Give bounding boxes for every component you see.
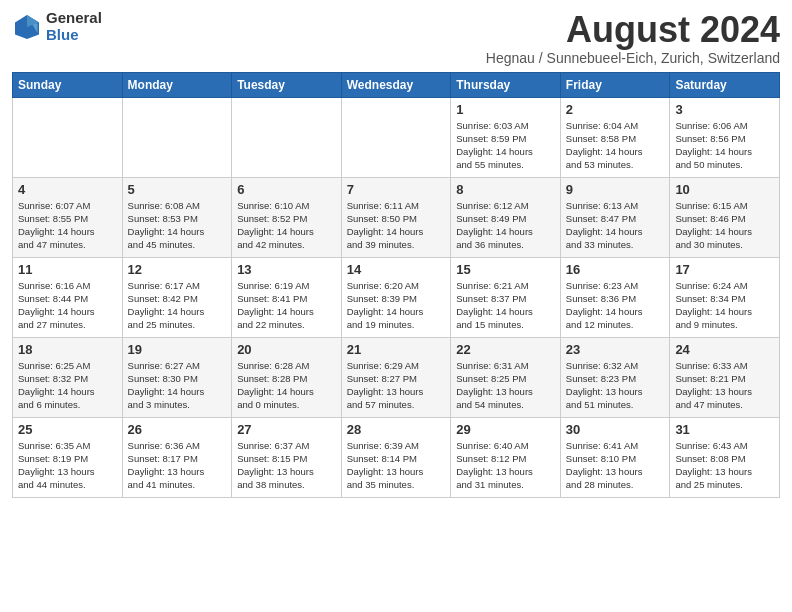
logo-icon bbox=[12, 12, 42, 42]
day-info: Sunrise: 6:19 AM Sunset: 8:41 PM Dayligh… bbox=[237, 279, 336, 332]
day-cell: 4Sunrise: 6:07 AM Sunset: 8:55 PM Daylig… bbox=[13, 177, 123, 257]
day-cell bbox=[122, 97, 232, 177]
day-info: Sunrise: 6:36 AM Sunset: 8:17 PM Dayligh… bbox=[128, 439, 227, 492]
day-number: 12 bbox=[128, 262, 227, 277]
day-number: 29 bbox=[456, 422, 555, 437]
day-info: Sunrise: 6:13 AM Sunset: 8:47 PM Dayligh… bbox=[566, 199, 665, 252]
day-number: 31 bbox=[675, 422, 774, 437]
day-cell bbox=[232, 97, 342, 177]
day-cell: 5Sunrise: 6:08 AM Sunset: 8:53 PM Daylig… bbox=[122, 177, 232, 257]
header-cell-thursday: Thursday bbox=[451, 72, 561, 97]
calendar-table: SundayMondayTuesdayWednesdayThursdayFrid… bbox=[12, 72, 780, 498]
day-cell: 25Sunrise: 6:35 AM Sunset: 8:19 PM Dayli… bbox=[13, 417, 123, 497]
day-cell: 23Sunrise: 6:32 AM Sunset: 8:23 PM Dayli… bbox=[560, 337, 670, 417]
day-cell: 30Sunrise: 6:41 AM Sunset: 8:10 PM Dayli… bbox=[560, 417, 670, 497]
week-row-2: 4Sunrise: 6:07 AM Sunset: 8:55 PM Daylig… bbox=[13, 177, 780, 257]
day-number: 27 bbox=[237, 422, 336, 437]
title-section: August 2024 Hegnau / Sunnebueel-Eich, Zu… bbox=[486, 10, 780, 66]
day-number: 3 bbox=[675, 102, 774, 117]
day-cell: 13Sunrise: 6:19 AM Sunset: 8:41 PM Dayli… bbox=[232, 257, 342, 337]
day-number: 5 bbox=[128, 182, 227, 197]
header: General Blue August 2024 Hegnau / Sunneb… bbox=[12, 10, 780, 66]
day-cell: 27Sunrise: 6:37 AM Sunset: 8:15 PM Dayli… bbox=[232, 417, 342, 497]
day-info: Sunrise: 6:16 AM Sunset: 8:44 PM Dayligh… bbox=[18, 279, 117, 332]
day-number: 25 bbox=[18, 422, 117, 437]
day-cell: 6Sunrise: 6:10 AM Sunset: 8:52 PM Daylig… bbox=[232, 177, 342, 257]
day-number: 17 bbox=[675, 262, 774, 277]
day-number: 13 bbox=[237, 262, 336, 277]
day-cell: 16Sunrise: 6:23 AM Sunset: 8:36 PM Dayli… bbox=[560, 257, 670, 337]
day-cell: 21Sunrise: 6:29 AM Sunset: 8:27 PM Dayli… bbox=[341, 337, 451, 417]
day-info: Sunrise: 6:23 AM Sunset: 8:36 PM Dayligh… bbox=[566, 279, 665, 332]
day-number: 26 bbox=[128, 422, 227, 437]
day-number: 19 bbox=[128, 342, 227, 357]
calendar-header: SundayMondayTuesdayWednesdayThursdayFrid… bbox=[13, 72, 780, 97]
day-cell bbox=[13, 97, 123, 177]
day-number: 28 bbox=[347, 422, 446, 437]
header-cell-sunday: Sunday bbox=[13, 72, 123, 97]
day-cell: 10Sunrise: 6:15 AM Sunset: 8:46 PM Dayli… bbox=[670, 177, 780, 257]
day-info: Sunrise: 6:24 AM Sunset: 8:34 PM Dayligh… bbox=[675, 279, 774, 332]
day-number: 1 bbox=[456, 102, 555, 117]
day-info: Sunrise: 6:39 AM Sunset: 8:14 PM Dayligh… bbox=[347, 439, 446, 492]
day-number: 21 bbox=[347, 342, 446, 357]
day-info: Sunrise: 6:35 AM Sunset: 8:19 PM Dayligh… bbox=[18, 439, 117, 492]
day-number: 30 bbox=[566, 422, 665, 437]
day-cell: 9Sunrise: 6:13 AM Sunset: 8:47 PM Daylig… bbox=[560, 177, 670, 257]
day-info: Sunrise: 6:32 AM Sunset: 8:23 PM Dayligh… bbox=[566, 359, 665, 412]
day-number: 14 bbox=[347, 262, 446, 277]
day-info: Sunrise: 6:06 AM Sunset: 8:56 PM Dayligh… bbox=[675, 119, 774, 172]
week-row-1: 1Sunrise: 6:03 AM Sunset: 8:59 PM Daylig… bbox=[13, 97, 780, 177]
day-info: Sunrise: 6:21 AM Sunset: 8:37 PM Dayligh… bbox=[456, 279, 555, 332]
day-info: Sunrise: 6:28 AM Sunset: 8:28 PM Dayligh… bbox=[237, 359, 336, 412]
page: General Blue August 2024 Hegnau / Sunneb… bbox=[0, 0, 792, 612]
day-info: Sunrise: 6:07 AM Sunset: 8:55 PM Dayligh… bbox=[18, 199, 117, 252]
header-cell-friday: Friday bbox=[560, 72, 670, 97]
day-cell: 28Sunrise: 6:39 AM Sunset: 8:14 PM Dayli… bbox=[341, 417, 451, 497]
day-info: Sunrise: 6:40 AM Sunset: 8:12 PM Dayligh… bbox=[456, 439, 555, 492]
day-number: 23 bbox=[566, 342, 665, 357]
day-info: Sunrise: 6:04 AM Sunset: 8:58 PM Dayligh… bbox=[566, 119, 665, 172]
day-cell: 20Sunrise: 6:28 AM Sunset: 8:28 PM Dayli… bbox=[232, 337, 342, 417]
calendar-body: 1Sunrise: 6:03 AM Sunset: 8:59 PM Daylig… bbox=[13, 97, 780, 497]
day-cell: 29Sunrise: 6:40 AM Sunset: 8:12 PM Dayli… bbox=[451, 417, 561, 497]
day-number: 20 bbox=[237, 342, 336, 357]
header-cell-monday: Monday bbox=[122, 72, 232, 97]
day-info: Sunrise: 6:12 AM Sunset: 8:49 PM Dayligh… bbox=[456, 199, 555, 252]
day-number: 22 bbox=[456, 342, 555, 357]
day-cell: 18Sunrise: 6:25 AM Sunset: 8:32 PM Dayli… bbox=[13, 337, 123, 417]
day-cell: 17Sunrise: 6:24 AM Sunset: 8:34 PM Dayli… bbox=[670, 257, 780, 337]
header-cell-saturday: Saturday bbox=[670, 72, 780, 97]
day-info: Sunrise: 6:27 AM Sunset: 8:30 PM Dayligh… bbox=[128, 359, 227, 412]
day-number: 7 bbox=[347, 182, 446, 197]
day-cell: 1Sunrise: 6:03 AM Sunset: 8:59 PM Daylig… bbox=[451, 97, 561, 177]
calendar-title: August 2024 bbox=[486, 10, 780, 50]
day-info: Sunrise: 6:41 AM Sunset: 8:10 PM Dayligh… bbox=[566, 439, 665, 492]
day-number: 24 bbox=[675, 342, 774, 357]
day-cell: 8Sunrise: 6:12 AM Sunset: 8:49 PM Daylig… bbox=[451, 177, 561, 257]
day-number: 8 bbox=[456, 182, 555, 197]
day-cell: 7Sunrise: 6:11 AM Sunset: 8:50 PM Daylig… bbox=[341, 177, 451, 257]
day-cell: 22Sunrise: 6:31 AM Sunset: 8:25 PM Dayli… bbox=[451, 337, 561, 417]
day-info: Sunrise: 6:10 AM Sunset: 8:52 PM Dayligh… bbox=[237, 199, 336, 252]
logo-general: General bbox=[46, 10, 102, 27]
day-info: Sunrise: 6:03 AM Sunset: 8:59 PM Dayligh… bbox=[456, 119, 555, 172]
day-info: Sunrise: 6:25 AM Sunset: 8:32 PM Dayligh… bbox=[18, 359, 117, 412]
day-number: 6 bbox=[237, 182, 336, 197]
day-number: 15 bbox=[456, 262, 555, 277]
week-row-4: 18Sunrise: 6:25 AM Sunset: 8:32 PM Dayli… bbox=[13, 337, 780, 417]
day-number: 18 bbox=[18, 342, 117, 357]
day-number: 10 bbox=[675, 182, 774, 197]
week-row-5: 25Sunrise: 6:35 AM Sunset: 8:19 PM Dayli… bbox=[13, 417, 780, 497]
day-info: Sunrise: 6:37 AM Sunset: 8:15 PM Dayligh… bbox=[237, 439, 336, 492]
logo-blue: Blue bbox=[46, 27, 102, 44]
day-number: 11 bbox=[18, 262, 117, 277]
header-cell-wednesday: Wednesday bbox=[341, 72, 451, 97]
day-cell: 12Sunrise: 6:17 AM Sunset: 8:42 PM Dayli… bbox=[122, 257, 232, 337]
day-info: Sunrise: 6:31 AM Sunset: 8:25 PM Dayligh… bbox=[456, 359, 555, 412]
week-row-3: 11Sunrise: 6:16 AM Sunset: 8:44 PM Dayli… bbox=[13, 257, 780, 337]
day-info: Sunrise: 6:43 AM Sunset: 8:08 PM Dayligh… bbox=[675, 439, 774, 492]
day-info: Sunrise: 6:11 AM Sunset: 8:50 PM Dayligh… bbox=[347, 199, 446, 252]
day-cell: 14Sunrise: 6:20 AM Sunset: 8:39 PM Dayli… bbox=[341, 257, 451, 337]
day-number: 4 bbox=[18, 182, 117, 197]
